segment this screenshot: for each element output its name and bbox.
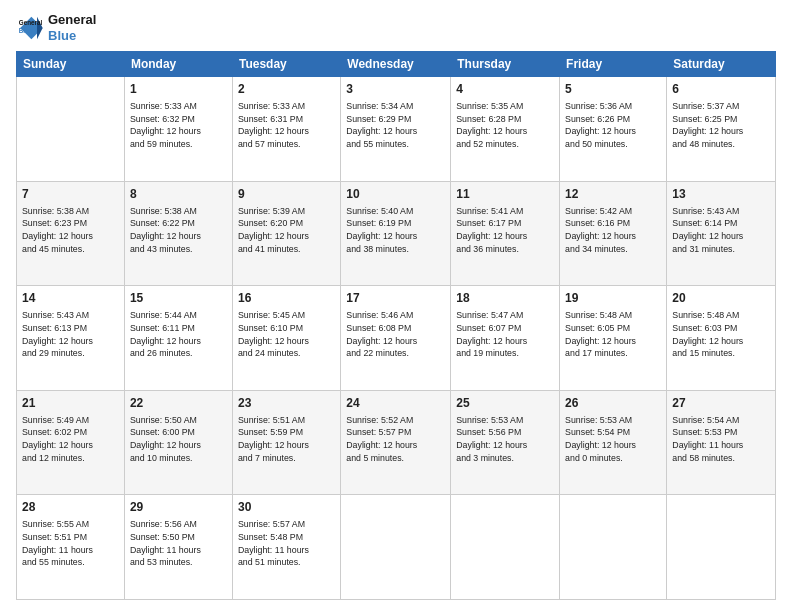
- calendar-cell: 10Sunrise: 5:40 AMSunset: 6:19 PMDayligh…: [341, 181, 451, 286]
- day-number: 26: [565, 395, 661, 412]
- day-info: Sunrise: 5:40 AMSunset: 6:19 PMDaylight:…: [346, 205, 445, 256]
- day-number: 22: [130, 395, 227, 412]
- calendar-cell: 28Sunrise: 5:55 AMSunset: 5:51 PMDayligh…: [17, 495, 125, 600]
- day-number: 23: [238, 395, 335, 412]
- day-number: 9: [238, 186, 335, 203]
- day-number: 15: [130, 290, 227, 307]
- calendar-cell: 12Sunrise: 5:42 AMSunset: 6:16 PMDayligh…: [560, 181, 667, 286]
- day-info: Sunrise: 5:38 AMSunset: 6:22 PMDaylight:…: [130, 205, 227, 256]
- day-info: Sunrise: 5:36 AMSunset: 6:26 PMDaylight:…: [565, 100, 661, 151]
- calendar-cell: 9Sunrise: 5:39 AMSunset: 6:20 PMDaylight…: [232, 181, 340, 286]
- day-number: 19: [565, 290, 661, 307]
- day-number: 17: [346, 290, 445, 307]
- day-info: Sunrise: 5:45 AMSunset: 6:10 PMDaylight:…: [238, 309, 335, 360]
- day-info: Sunrise: 5:49 AMSunset: 6:02 PMDaylight:…: [22, 414, 119, 465]
- day-info: Sunrise: 5:48 AMSunset: 6:03 PMDaylight:…: [672, 309, 770, 360]
- day-number: 5: [565, 81, 661, 98]
- column-header-thursday: Thursday: [451, 52, 560, 77]
- day-number: 24: [346, 395, 445, 412]
- day-info: Sunrise: 5:39 AMSunset: 6:20 PMDaylight:…: [238, 205, 335, 256]
- day-info: Sunrise: 5:42 AMSunset: 6:16 PMDaylight:…: [565, 205, 661, 256]
- calendar-week-3: 14Sunrise: 5:43 AMSunset: 6:13 PMDayligh…: [17, 286, 776, 391]
- day-number: 1: [130, 81, 227, 98]
- day-info: Sunrise: 5:33 AMSunset: 6:31 PMDaylight:…: [238, 100, 335, 151]
- day-info: Sunrise: 5:57 AMSunset: 5:48 PMDaylight:…: [238, 518, 335, 569]
- column-header-tuesday: Tuesday: [232, 52, 340, 77]
- day-info: Sunrise: 5:52 AMSunset: 5:57 PMDaylight:…: [346, 414, 445, 465]
- calendar-cell: 14Sunrise: 5:43 AMSunset: 6:13 PMDayligh…: [17, 286, 125, 391]
- calendar-cell: 2Sunrise: 5:33 AMSunset: 6:31 PMDaylight…: [232, 77, 340, 182]
- day-number: 12: [565, 186, 661, 203]
- calendar-cell: 18Sunrise: 5:47 AMSunset: 6:07 PMDayligh…: [451, 286, 560, 391]
- day-info: Sunrise: 5:53 AMSunset: 5:54 PMDaylight:…: [565, 414, 661, 465]
- day-number: 2: [238, 81, 335, 98]
- day-info: Sunrise: 5:44 AMSunset: 6:11 PMDaylight:…: [130, 309, 227, 360]
- calendar-cell: 1Sunrise: 5:33 AMSunset: 6:32 PMDaylight…: [124, 77, 232, 182]
- calendar-table: SundayMondayTuesdayWednesdayThursdayFrid…: [16, 51, 776, 600]
- day-info: Sunrise: 5:46 AMSunset: 6:08 PMDaylight:…: [346, 309, 445, 360]
- calendar-cell: 5Sunrise: 5:36 AMSunset: 6:26 PMDaylight…: [560, 77, 667, 182]
- calendar-week-2: 7Sunrise: 5:38 AMSunset: 6:23 PMDaylight…: [17, 181, 776, 286]
- day-number: 11: [456, 186, 554, 203]
- day-number: 8: [130, 186, 227, 203]
- day-number: 14: [22, 290, 119, 307]
- logo-text: General Blue: [48, 12, 96, 43]
- column-header-monday: Monday: [124, 52, 232, 77]
- calendar-cell: 27Sunrise: 5:54 AMSunset: 5:53 PMDayligh…: [667, 390, 776, 495]
- calendar-cell: 30Sunrise: 5:57 AMSunset: 5:48 PMDayligh…: [232, 495, 340, 600]
- calendar-cell: 22Sunrise: 5:50 AMSunset: 6:00 PMDayligh…: [124, 390, 232, 495]
- header: General Blue General Blue: [16, 12, 776, 43]
- calendar-cell: [560, 495, 667, 600]
- calendar-cell: [667, 495, 776, 600]
- day-info: Sunrise: 5:54 AMSunset: 5:53 PMDaylight:…: [672, 414, 770, 465]
- calendar-cell: 7Sunrise: 5:38 AMSunset: 6:23 PMDaylight…: [17, 181, 125, 286]
- calendar-cell: 17Sunrise: 5:46 AMSunset: 6:08 PMDayligh…: [341, 286, 451, 391]
- day-number: 18: [456, 290, 554, 307]
- calendar-week-4: 21Sunrise: 5:49 AMSunset: 6:02 PMDayligh…: [17, 390, 776, 495]
- calendar-cell: 6Sunrise: 5:37 AMSunset: 6:25 PMDaylight…: [667, 77, 776, 182]
- column-header-friday: Friday: [560, 52, 667, 77]
- day-number: 7: [22, 186, 119, 203]
- day-info: Sunrise: 5:48 AMSunset: 6:05 PMDaylight:…: [565, 309, 661, 360]
- day-info: Sunrise: 5:56 AMSunset: 5:50 PMDaylight:…: [130, 518, 227, 569]
- svg-text:Blue: Blue: [19, 26, 33, 33]
- column-header-saturday: Saturday: [667, 52, 776, 77]
- calendar-cell: 23Sunrise: 5:51 AMSunset: 5:59 PMDayligh…: [232, 390, 340, 495]
- day-info: Sunrise: 5:53 AMSunset: 5:56 PMDaylight:…: [456, 414, 554, 465]
- day-number: 3: [346, 81, 445, 98]
- calendar-cell: 4Sunrise: 5:35 AMSunset: 6:28 PMDaylight…: [451, 77, 560, 182]
- day-info: Sunrise: 5:41 AMSunset: 6:17 PMDaylight:…: [456, 205, 554, 256]
- day-info: Sunrise: 5:51 AMSunset: 5:59 PMDaylight:…: [238, 414, 335, 465]
- calendar-cell: 8Sunrise: 5:38 AMSunset: 6:22 PMDaylight…: [124, 181, 232, 286]
- day-info: Sunrise: 5:37 AMSunset: 6:25 PMDaylight:…: [672, 100, 770, 151]
- calendar-cell: 11Sunrise: 5:41 AMSunset: 6:17 PMDayligh…: [451, 181, 560, 286]
- calendar-cell: 25Sunrise: 5:53 AMSunset: 5:56 PMDayligh…: [451, 390, 560, 495]
- calendar-cell: [17, 77, 125, 182]
- calendar-cell: 19Sunrise: 5:48 AMSunset: 6:05 PMDayligh…: [560, 286, 667, 391]
- calendar-cell: 21Sunrise: 5:49 AMSunset: 6:02 PMDayligh…: [17, 390, 125, 495]
- page: General Blue General Blue SundayMondayTu…: [0, 0, 792, 612]
- calendar-cell: 15Sunrise: 5:44 AMSunset: 6:11 PMDayligh…: [124, 286, 232, 391]
- calendar-cell: 20Sunrise: 5:48 AMSunset: 6:03 PMDayligh…: [667, 286, 776, 391]
- day-number: 21: [22, 395, 119, 412]
- calendar-cell: [451, 495, 560, 600]
- day-info: Sunrise: 5:50 AMSunset: 6:00 PMDaylight:…: [130, 414, 227, 465]
- day-number: 25: [456, 395, 554, 412]
- logo: General Blue General Blue: [16, 12, 96, 43]
- svg-text:General: General: [19, 19, 43, 26]
- day-number: 20: [672, 290, 770, 307]
- day-number: 27: [672, 395, 770, 412]
- calendar-cell: 3Sunrise: 5:34 AMSunset: 6:29 PMDaylight…: [341, 77, 451, 182]
- day-info: Sunrise: 5:47 AMSunset: 6:07 PMDaylight:…: [456, 309, 554, 360]
- day-number: 6: [672, 81, 770, 98]
- day-info: Sunrise: 5:38 AMSunset: 6:23 PMDaylight:…: [22, 205, 119, 256]
- calendar-week-1: 1Sunrise: 5:33 AMSunset: 6:32 PMDaylight…: [17, 77, 776, 182]
- day-info: Sunrise: 5:43 AMSunset: 6:14 PMDaylight:…: [672, 205, 770, 256]
- day-number: 30: [238, 499, 335, 516]
- day-number: 28: [22, 499, 119, 516]
- calendar-week-5: 28Sunrise: 5:55 AMSunset: 5:51 PMDayligh…: [17, 495, 776, 600]
- day-number: 29: [130, 499, 227, 516]
- day-info: Sunrise: 5:35 AMSunset: 6:28 PMDaylight:…: [456, 100, 554, 151]
- calendar-cell: 16Sunrise: 5:45 AMSunset: 6:10 PMDayligh…: [232, 286, 340, 391]
- calendar-cell: 29Sunrise: 5:56 AMSunset: 5:50 PMDayligh…: [124, 495, 232, 600]
